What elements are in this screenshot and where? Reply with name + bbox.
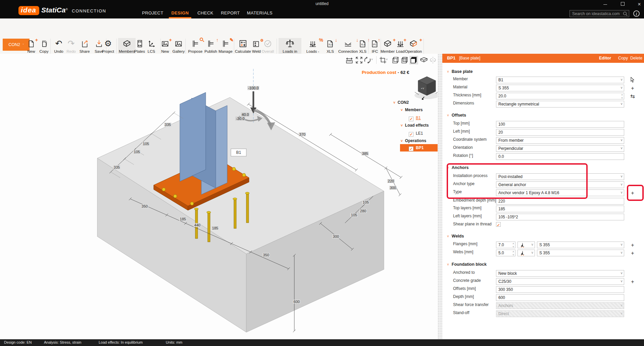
tree-item-le1[interactable]: LE1 bbox=[409, 130, 423, 136]
measure-tool-icon[interactable] bbox=[345, 56, 354, 64]
section-welds[interactable]: Welds bbox=[447, 234, 464, 239]
chevron-down-icon[interactable] bbox=[371, 58, 373, 61]
maximize-button[interactable] bbox=[617, 2, 628, 7]
embedment-depth-input[interactable]: 220 bbox=[496, 198, 624, 205]
minimize-button[interactable] bbox=[600, 2, 610, 7]
chevron-down-icon[interactable] bbox=[401, 139, 403, 143]
tab-design[interactable]: DESIGN bbox=[169, 10, 191, 15]
svg-text:XLS: XLS bbox=[361, 43, 366, 46]
tab-project[interactable]: PROJECT bbox=[141, 10, 164, 15]
status-load-effects: Load effects: In equilibrium bbox=[99, 340, 143, 344]
dimensions-select[interactable]: Rectangle symmetrical bbox=[496, 101, 624, 107]
member-select[interactable]: B1 bbox=[496, 77, 624, 83]
tab-report[interactable]: REPORT bbox=[221, 10, 240, 15]
thickness-input[interactable]: 20.0 bbox=[496, 93, 624, 99]
rotation-input[interactable]: 0.0 bbox=[496, 153, 624, 160]
panel-divider[interactable] bbox=[438, 54, 442, 339]
checkbox-checked-icon[interactable] bbox=[409, 117, 413, 121]
chevron-down-icon[interactable] bbox=[386, 58, 388, 61]
property-row: Dimensions Rectangle symmetrical bbox=[442, 101, 644, 108]
gallery-icon bbox=[171, 38, 186, 49]
wireframe-view-icon[interactable] bbox=[391, 56, 400, 64]
ifc-document-icon: IFC bbox=[369, 38, 380, 49]
tree-item-operations[interactable]: Operations bbox=[401, 138, 426, 144]
annotation-highlight-anchors bbox=[447, 163, 588, 199]
dimension-label: 350 bbox=[141, 204, 148, 208]
gear-icon: ⚙ bbox=[98, 38, 118, 49]
property-row: Flanges [mm] 7.0 S 355 + bbox=[442, 242, 644, 249]
property-row: Embedment depth [mm] 220 bbox=[442, 198, 644, 205]
tree-item-load-effects[interactable]: Load effects bbox=[401, 122, 429, 128]
product-name: CONNECTION bbox=[72, 8, 106, 13]
rotate-view-icon[interactable] bbox=[363, 56, 372, 64]
checkbox-checked-icon[interactable] bbox=[409, 132, 413, 137]
zoom-fit-icon[interactable] bbox=[355, 56, 363, 64]
top-layers-input[interactable]: 185 bbox=[496, 206, 624, 212]
shaded-wireframe-view-icon[interactable] bbox=[400, 56, 409, 64]
tree-item-con2[interactable]: CON2 bbox=[393, 99, 409, 105]
offset-left-input[interactable]: 20 bbox=[496, 129, 624, 136]
search-input[interactable] bbox=[569, 10, 629, 17]
chevron-down-icon[interactable] bbox=[401, 124, 403, 127]
section-foundation-block[interactable]: Foundation block bbox=[447, 262, 487, 267]
web-weld-size-input[interactable]: 5.0 bbox=[496, 250, 515, 256]
production-cost: Production cost-62 € bbox=[362, 70, 409, 75]
transparent-view-icon[interactable] bbox=[419, 56, 428, 64]
chevron-down-icon[interactable] bbox=[393, 101, 395, 104]
view-cube[interactable]: +Y bbox=[412, 75, 440, 100]
block-depth-input[interactable]: 600 bbox=[496, 294, 624, 301]
shear-plane-checkbox[interactable] bbox=[496, 222, 501, 227]
spinner-icon[interactable] bbox=[512, 250, 514, 256]
tab-check[interactable]: CHECK bbox=[197, 10, 213, 15]
add-weld-material-icon[interactable]: + bbox=[629, 250, 636, 257]
checkbox-checked-icon[interactable] bbox=[409, 146, 413, 151]
chevron-down-icon bbox=[447, 114, 449, 117]
tree-item-b1[interactable]: B1 bbox=[409, 115, 421, 121]
search-icon[interactable] bbox=[623, 11, 628, 16]
info-icon[interactable] bbox=[633, 10, 640, 17]
material-select[interactable]: S 355 bbox=[496, 85, 624, 91]
add-material-icon[interactable]: + bbox=[629, 85, 636, 92]
3d-viewport[interactable]: B1 -100.0 40.0 -30.0 335 105 105 335 370… bbox=[0, 54, 438, 339]
add-concrete-grade-icon[interactable]: + bbox=[629, 278, 636, 285]
delete-button[interactable]: Delete bbox=[630, 56, 642, 60]
copy-button[interactable]: Copy bbox=[618, 56, 628, 60]
spinner-icon[interactable] bbox=[512, 242, 514, 248]
share-icon bbox=[76, 38, 93, 49]
swap-icon[interactable]: ⇆ bbox=[629, 93, 636, 100]
web-weld-type-select[interactable] bbox=[517, 250, 535, 256]
coordinate-system-select[interactable]: From member bbox=[496, 137, 624, 144]
offset-top-input[interactable]: 100 bbox=[496, 121, 624, 128]
chevron-down-icon[interactable] bbox=[401, 108, 403, 112]
chevron-down-icon bbox=[621, 78, 623, 82]
cursor-pick-icon[interactable] bbox=[629, 77, 636, 84]
flange-weld-type-select[interactable] bbox=[517, 242, 535, 248]
close-button[interactable] bbox=[634, 2, 644, 7]
editor-button[interactable]: Editor bbox=[599, 56, 611, 60]
block-offsets-input[interactable]: 300 350 bbox=[496, 286, 624, 293]
web-weld-material-select[interactable]: S 355 bbox=[537, 250, 624, 256]
anchored-to-select[interactable]: New block bbox=[496, 270, 624, 277]
registered-mark: ® bbox=[65, 8, 68, 11]
concrete-grade-select[interactable]: C25/30 bbox=[496, 278, 624, 285]
add-weld-material-icon[interactable]: + bbox=[629, 242, 636, 249]
flange-weld-size-input[interactable]: 7.0 bbox=[496, 242, 515, 248]
property-row: Depth [mm] 600 bbox=[442, 294, 644, 302]
chevron-down-icon bbox=[621, 146, 623, 150]
orientation-select[interactable]: Perpendicular bbox=[496, 145, 624, 152]
operation-box-icon bbox=[405, 38, 422, 49]
tree-item-bp1[interactable]: BP1 bbox=[409, 145, 424, 151]
solid-view-icon[interactable] bbox=[409, 56, 418, 64]
spinner-icon[interactable] bbox=[621, 93, 623, 99]
section-offsets[interactable]: Offsets bbox=[447, 113, 466, 118]
left-layers-input[interactable]: 105 -105*2 bbox=[496, 214, 624, 220]
dimension-label: 220 bbox=[387, 179, 395, 183]
tree-item-members[interactable]: Members bbox=[401, 107, 423, 113]
3d-scene[interactable] bbox=[0, 54, 438, 339]
property-row: Offsets [mm] 300 350 bbox=[442, 286, 644, 294]
section-base-plate[interactable]: Base plate bbox=[447, 69, 473, 74]
operation-type: [Base plate] bbox=[459, 56, 480, 60]
tab-materials[interactable]: MATERIALS bbox=[247, 10, 273, 15]
check-circle-icon bbox=[260, 38, 275, 49]
flange-weld-material-select[interactable]: S 355 bbox=[537, 242, 624, 248]
